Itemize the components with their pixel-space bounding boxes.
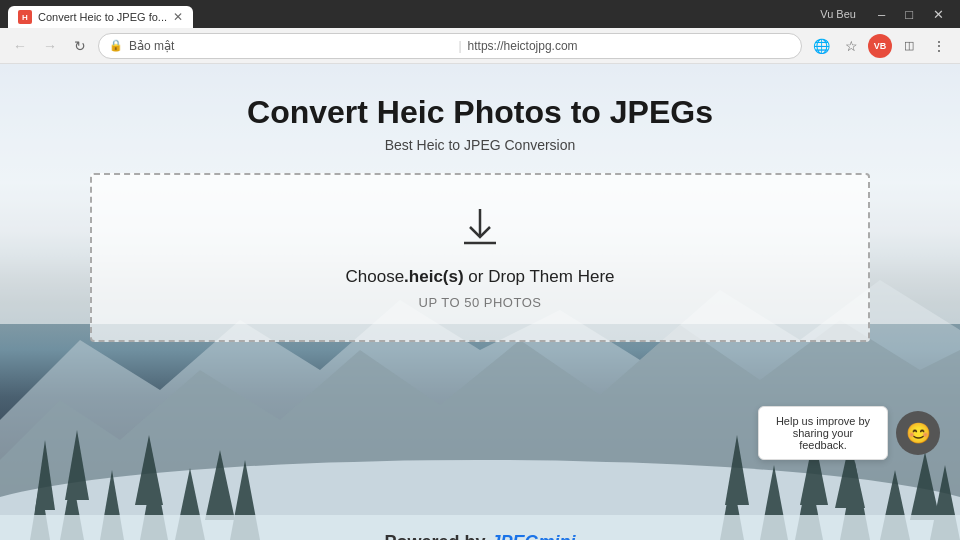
translate-button[interactable]: 🌐: [808, 33, 834, 59]
choose-label: Choose: [346, 267, 405, 286]
browser-titlebar: H Convert Heic to JPEG fo... ✕ Vu Beu – …: [0, 0, 960, 28]
jpegmini-link[interactable]: JPEGmini: [491, 532, 576, 540]
feedback-widget: Help us improve by sharing your feedback…: [758, 406, 940, 460]
profile-icon[interactable]: VB: [868, 34, 892, 58]
maximize-button[interactable]: □: [897, 5, 921, 24]
drop-limit-text: UP TO 50 PHOTOS: [419, 295, 542, 310]
page-content: Convert Heic Photos to JPEGs Best Heic t…: [0, 64, 960, 540]
minimize-button[interactable]: –: [870, 5, 893, 24]
secure-icon: 🔒: [109, 39, 123, 52]
page-subtitle: Best Heic to JPEG Conversion: [385, 137, 576, 153]
close-button[interactable]: ✕: [925, 5, 952, 24]
powered-by: Powered by JPEGmini: [384, 532, 575, 540]
forward-button[interactable]: →: [38, 34, 62, 58]
main-content: Convert Heic Photos to JPEGs Best Heic t…: [0, 64, 960, 342]
tab-close-button[interactable]: ✕: [173, 10, 183, 24]
window-user: Vu Beu: [820, 8, 856, 20]
address-bar[interactable]: 🔒 Bảo mật | https://heictojpg.com: [98, 33, 802, 59]
page-title: Convert Heic Photos to JPEGs: [247, 94, 713, 131]
extensions-button[interactable]: ◫: [896, 33, 922, 59]
drop-instruction-text: Choose.heic(s) or Drop Them Here: [346, 267, 615, 287]
browser-addressbar: ← → ↻ 🔒 Bảo mật | https://heictojpg.com …: [0, 28, 960, 64]
download-icon: [458, 205, 502, 255]
heic-strong: .heic(s): [404, 267, 464, 286]
drop-or-label: or Drop Them Here: [464, 267, 615, 286]
footer-area: Powered by JPEGmini Background Photo by …: [0, 532, 960, 540]
tab-favicon: H: [18, 10, 32, 24]
window-controls: Vu Beu – □ ✕: [820, 5, 952, 24]
feedback-bubble: Help us improve by sharing your feedback…: [758, 406, 888, 460]
tab-title: Convert Heic to JPEG fo...: [38, 11, 167, 23]
bookmark-button[interactable]: ☆: [838, 33, 864, 59]
powered-label: Powered by: [384, 532, 490, 540]
drop-zone[interactable]: Choose.heic(s) or Drop Them Here UP TO 5…: [90, 173, 870, 342]
back-button[interactable]: ←: [8, 34, 32, 58]
tab-area: H Convert Heic to JPEG fo... ✕: [8, 0, 193, 28]
menu-button[interactable]: ⋮: [926, 33, 952, 59]
reload-button[interactable]: ↻: [68, 34, 92, 58]
toolbar-icons: 🌐 ☆ VB ◫ ⋮: [808, 33, 952, 59]
address-secure-label: Bảo mật: [129, 39, 452, 53]
address-url: https://heictojpg.com: [468, 39, 791, 53]
feedback-button[interactable]: 😊: [896, 411, 940, 455]
browser-tab[interactable]: H Convert Heic to JPEG fo... ✕: [8, 6, 193, 28]
